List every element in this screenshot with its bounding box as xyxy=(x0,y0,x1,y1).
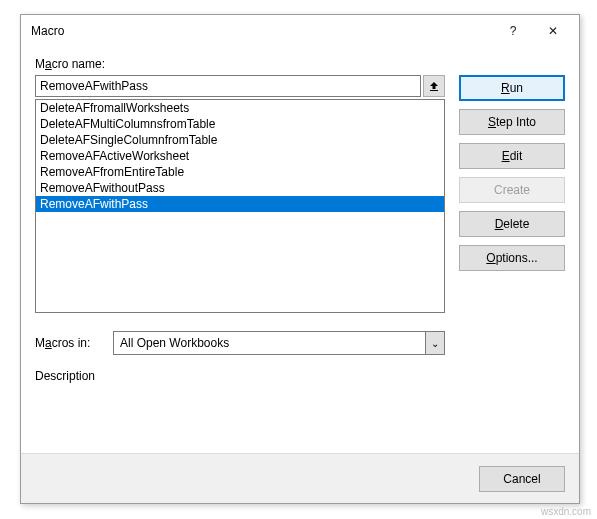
btn-mnemonic: D xyxy=(495,217,504,231)
btn-mnemonic: E xyxy=(502,149,510,163)
run-button[interactable]: Run xyxy=(459,75,565,101)
label-mnemonic: a xyxy=(45,336,52,350)
step-into-button[interactable]: Step Into xyxy=(459,109,565,135)
macros-in-value[interactable] xyxy=(113,331,425,355)
label-text: M xyxy=(35,336,45,350)
macros-in-label: Macros in: xyxy=(35,336,105,350)
btn-mnemonic: S xyxy=(488,115,496,129)
button-column: Run Step Into Edit Create Delete Options… xyxy=(459,57,565,383)
macro-name-row xyxy=(35,75,445,97)
watermark: wsxdn.com xyxy=(541,506,591,517)
btn-mnemonic: R xyxy=(501,81,510,95)
btn-mnemonic: O xyxy=(486,251,495,265)
btn-text: dit xyxy=(510,149,523,163)
edit-button[interactable]: Edit xyxy=(459,143,565,169)
list-item[interactable]: RemoveAFwithPass xyxy=(36,196,444,212)
macros-in-dropdown-button[interactable]: ⌄ xyxy=(425,331,445,355)
btn-text: ptions... xyxy=(496,251,538,265)
options-button[interactable]: Options... xyxy=(459,245,565,271)
list-item[interactable]: RemoveAFActiveWorksheet xyxy=(36,148,444,164)
btn-text: Cancel xyxy=(503,472,540,486)
close-icon: ✕ xyxy=(548,24,558,38)
btn-text: elete xyxy=(503,217,529,231)
label-text: M xyxy=(35,57,45,71)
btn-text: tep Into xyxy=(496,115,536,129)
list-item[interactable]: DeleteAFfromallWorksheets xyxy=(36,100,444,116)
btn-text: C xyxy=(494,183,503,197)
go-to-macro-button[interactable] xyxy=(423,75,445,97)
label-text: cro name: xyxy=(52,57,105,71)
btn-text: reate xyxy=(503,183,530,197)
list-item[interactable]: RemoveAFfromEntireTable xyxy=(36,164,444,180)
help-button[interactable]: ? xyxy=(493,17,533,45)
dialog-footer: Cancel xyxy=(21,453,579,503)
macro-dialog: Macro ? ✕ Macro name: DeleteAFfromallWor… xyxy=(20,14,580,504)
macro-listbox[interactable]: DeleteAFfromallWorksheetsDeleteAFMultiCo… xyxy=(35,99,445,313)
macros-in-row: Macros in: ⌄ xyxy=(35,331,445,355)
chevron-down-icon: ⌄ xyxy=(431,338,439,349)
list-item[interactable]: RemoveAFwithoutPass xyxy=(36,180,444,196)
titlebar: Macro ? ✕ xyxy=(21,15,579,47)
cancel-button[interactable]: Cancel xyxy=(479,466,565,492)
list-item[interactable]: DeleteAFSingleColumnfromTable xyxy=(36,132,444,148)
description-label: Description xyxy=(35,369,445,383)
macro-name-label: Macro name: xyxy=(35,57,445,71)
label-text: cros in: xyxy=(52,336,91,350)
upload-icon xyxy=(428,80,440,92)
btn-text: un xyxy=(510,81,523,95)
left-pane: Macro name: DeleteAFfromallWorksheetsDel… xyxy=(35,57,445,383)
macro-name-input[interactable] xyxy=(35,75,421,97)
list-item[interactable]: DeleteAFMultiColumnsfromTable xyxy=(36,116,444,132)
dialog-title: Macro xyxy=(31,24,493,38)
macros-in-combo[interactable]: ⌄ xyxy=(113,331,445,355)
label-mnemonic: a xyxy=(45,57,52,71)
close-button[interactable]: ✕ xyxy=(533,17,573,45)
help-icon: ? xyxy=(510,24,517,38)
delete-button[interactable]: Delete xyxy=(459,211,565,237)
dialog-content: Macro name: DeleteAFfromallWorksheetsDel… xyxy=(21,47,579,383)
create-button: Create xyxy=(459,177,565,203)
